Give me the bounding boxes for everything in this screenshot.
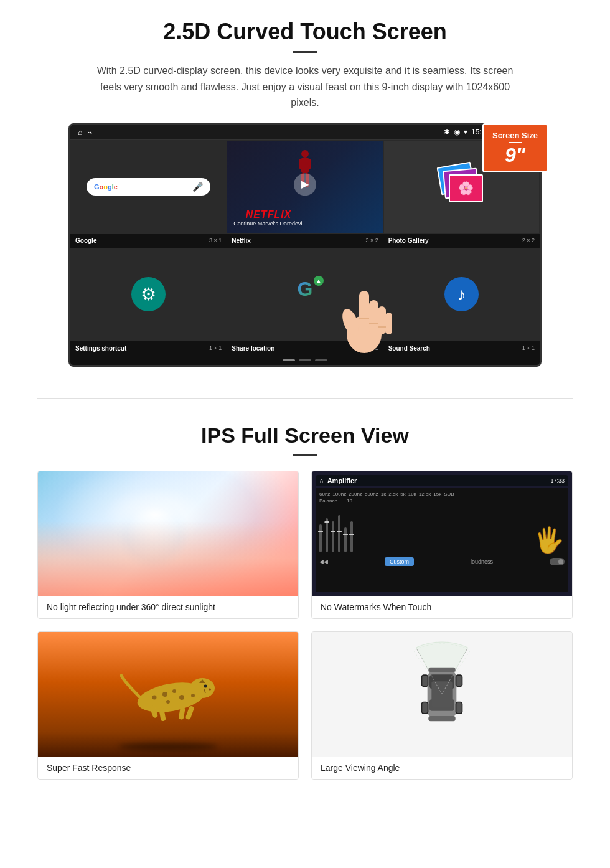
maps-g-letter: G — [298, 278, 313, 300]
app-grid-top: Google 🎤 — [70, 140, 540, 234]
settings-content: ⚙ — [71, 248, 226, 341]
settings-label: Settings shortcut 1 × 1 — [70, 344, 227, 353]
netflix-label: Netflix 3 × 2 — [227, 236, 383, 245]
maps-icon: G ▲ — [289, 279, 321, 310]
settings-label-name: Settings shortcut — [75, 345, 126, 352]
amp-body: 60hz100hz200hz500hz1k2.5k5k10k12.5k15kSU… — [316, 488, 568, 592]
feature-cheetah-label: Super Fast Response — [38, 757, 298, 779]
svg-rect-44 — [456, 702, 461, 713]
section-ips: IPS Full Screen View No light reflecting… — [0, 417, 610, 798]
eq-sliders: 🖐 — [319, 509, 565, 552]
feature-sunlight: No light reflecting under 360° direct su… — [37, 471, 299, 619]
cheetah-shadow — [118, 743, 218, 750]
feature-cheetah: Super Fast Response — [37, 631, 299, 780]
title-underline-2 — [293, 454, 317, 456]
app-labels-row1: Google 3 × 1 Netflix 3 × 2 Photo Gallery… — [70, 234, 540, 248]
svg-rect-9 — [378, 306, 386, 334]
device-screen: ⌂ ⌁ ✱ ◉ ▾ 15:06 ⊙ ◁) ⊠ ▭ — [68, 123, 542, 367]
amp-frequencies: 60hz100hz200hz500hz1k2.5k5k10k12.5k15kSU… — [319, 491, 565, 497]
wifi-icon: ▾ — [464, 128, 467, 136]
amp-header: ⌂ Amplifier 17:33 — [316, 475, 568, 486]
svg-rect-36 — [428, 716, 455, 721]
page-dot-3 — [315, 359, 327, 361]
svg-rect-7 — [359, 291, 369, 331]
gallery-label: Photo Gallery 2 × 2 — [383, 236, 540, 245]
amp-custom-btn[interactable]: Custom — [385, 557, 414, 566]
badge-underline — [509, 142, 522, 143]
google-app-cell[interactable]: Google 🎤 — [70, 140, 227, 234]
home-icon[interactable]: ⌂ — [78, 128, 83, 137]
feature-sunlight-image — [38, 471, 298, 596]
share-location-content: G ▲ — [227, 248, 382, 341]
status-bar: ⌂ ⌁ ✱ ◉ ▾ 15:06 ⊙ ◁) ⊠ ▭ — [70, 125, 540, 140]
features-grid: No light reflecting under 360° direct su… — [37, 471, 573, 780]
play-button[interactable]: ▶ — [294, 173, 316, 196]
netflix-app-cell[interactable]: ▶ NETFLIX Continue Marvel's Daredevil — [227, 140, 383, 234]
svg-point-27 — [179, 695, 184, 700]
sound-search-content: ♪ — [384, 248, 539, 341]
settings-icon: ⚙ — [131, 277, 166, 311]
feature-cheetah-image — [38, 632, 298, 757]
amp-toggle[interactable] — [550, 558, 565, 565]
sound-search-app-cell[interactable]: ♪ — [383, 248, 540, 341]
section1-title: 2.5D Curved Touch Screen — [37, 19, 573, 45]
settings-app-cell[interactable]: ⚙ — [70, 248, 227, 341]
feature-watermark-label: No Watermarks When Touch — [312, 596, 572, 618]
google-logo: Google — [94, 183, 118, 191]
svg-rect-10 — [385, 313, 392, 334]
title-underline-1 — [293, 51, 317, 53]
google-label-size: 3 × 1 — [209, 237, 222, 244]
share-location-app-cell[interactable]: G ▲ — [227, 248, 383, 341]
eq-slider-5[interactable] — [344, 527, 347, 552]
maps-arrow: ▲ — [314, 276, 324, 286]
car-top-view-svg — [411, 641, 473, 747]
eq-slider-3[interactable] — [332, 521, 334, 552]
amp-time: 17:33 — [550, 478, 565, 484]
svg-rect-41 — [422, 676, 427, 686]
app-labels-row2: Settings shortcut 1 × 1 Share location 1… — [70, 341, 540, 356]
eq-slider-4[interactable] — [338, 515, 340, 552]
location-icon: ◉ — [454, 128, 460, 136]
usb-icon: ⌁ — [88, 128, 93, 137]
gallery-label-size: 2 × 2 — [522, 237, 535, 244]
amp-footer: ◀◀ Custom loudness — [319, 557, 565, 566]
bluetooth-icon: ✱ — [444, 128, 450, 136]
eq-slider-1[interactable] — [319, 524, 322, 552]
netflix-subtitle: Continue Marvel's Daredevil — [233, 220, 303, 227]
mic-icon[interactable]: 🎤 — [192, 182, 203, 192]
svg-point-29 — [152, 695, 157, 699]
gallery-label-name: Photo Gallery — [388, 237, 429, 244]
status-bar-left: ⌂ ⌁ — [78, 128, 93, 137]
maps-icon-container: G ▲ — [289, 279, 321, 310]
feature-car: Large Viewing Angle — [311, 631, 573, 780]
google-search-bar[interactable]: Google 🎤 — [87, 178, 210, 196]
share-label-name: Share location — [232, 345, 274, 352]
svg-rect-35 — [428, 667, 455, 672]
music-icon: ♪ — [444, 277, 479, 311]
svg-point-25 — [162, 692, 167, 697]
eq-slider-6[interactable] — [350, 521, 353, 552]
netflix-logo: NETFLIX — [233, 209, 303, 220]
svg-rect-3 — [307, 159, 311, 169]
amp-controls: 🖐 — [319, 505, 565, 555]
svg-rect-2 — [299, 159, 303, 169]
hand-pointer-icon — [333, 272, 395, 359]
settings-label-size: 1 × 1 — [209, 345, 222, 352]
eq-slider-2[interactable] — [326, 518, 328, 552]
svg-point-28 — [166, 700, 170, 704]
feature-car-label: Large Viewing Angle — [312, 757, 572, 779]
svg-point-0 — [301, 150, 309, 158]
svg-rect-8 — [369, 300, 378, 334]
google-label-name: Google — [75, 237, 96, 244]
netflix-overlay: NETFLIX Continue Marvel's Daredevil — [233, 209, 303, 227]
netflix-label-name: Netflix — [232, 237, 251, 244]
sound-label: Sound Search 1 × 1 — [383, 344, 540, 353]
svg-point-26 — [172, 689, 176, 693]
netflix-content: ▶ NETFLIX Continue Marvel's Daredevil — [227, 141, 382, 233]
amp-title: Amplifier — [327, 477, 357, 484]
sound-label-size: 1 × 1 — [522, 345, 535, 352]
section1-description: With 2.5D curved-display screen, this de… — [87, 63, 523, 111]
svg-point-20 — [209, 688, 211, 690]
svg-point-19 — [204, 684, 207, 687]
svg-point-30 — [191, 694, 195, 697]
